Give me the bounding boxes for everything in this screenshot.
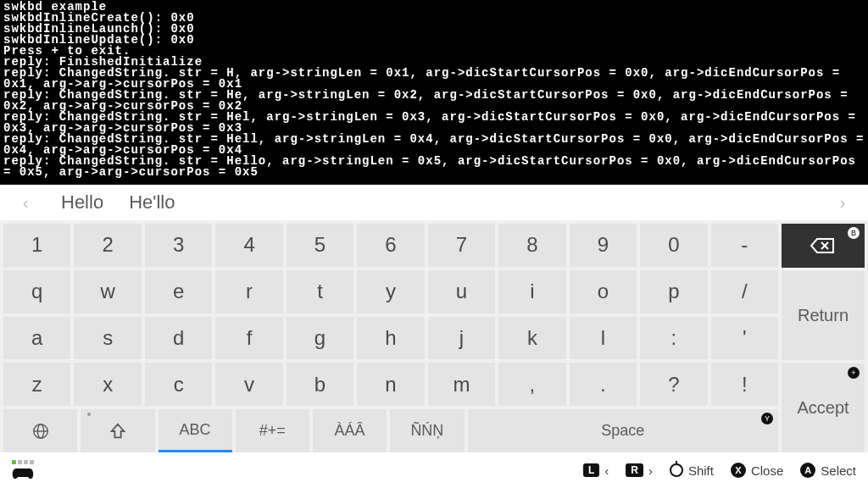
hint-r: R› <box>626 463 653 478</box>
y-badge-icon: Y <box>761 413 773 424</box>
key-a[interactable]: a <box>3 317 70 360</box>
controller-icon <box>12 466 34 481</box>
key-s[interactable]: s <box>74 317 141 360</box>
mode-accent1-key[interactable]: ÀÁÂ <box>313 409 387 452</box>
key-,[interactable]: , <box>498 363 565 406</box>
key-0[interactable]: 0 <box>640 224 707 267</box>
key-:[interactable]: : <box>640 317 707 360</box>
key-l[interactable]: l <box>570 317 637 360</box>
suggestion-2[interactable]: He'llo <box>129 191 175 214</box>
key-4[interactable]: 4 <box>215 224 282 267</box>
key-.[interactable]: . <box>570 363 637 406</box>
key-i[interactable]: i <box>498 270 565 313</box>
suggestion-1[interactable]: Hello <box>61 191 103 214</box>
space-key[interactable]: Space Y <box>468 409 778 452</box>
backspace-key[interactable]: B <box>782 224 865 268</box>
key-r[interactable]: r <box>215 270 282 313</box>
key-5[interactable]: 5 <box>287 224 353 267</box>
on-screen-keyboard: 1234567890- qwertyuiop/ asdfghjkl:' zxcv… <box>0 220 868 452</box>
hint-bar: L‹ R› Shift XClose ASelect <box>0 452 868 488</box>
key-o[interactable]: o <box>570 270 637 313</box>
key-6[interactable]: 6 <box>357 224 424 267</box>
key-/[interactable]: / <box>711 270 778 313</box>
hint-shift: Shift <box>670 463 714 478</box>
key-x[interactable]: x <box>74 363 141 406</box>
key-7[interactable]: 7 <box>428 224 495 267</box>
key-2[interactable]: 2 <box>74 224 141 267</box>
key-t[interactable]: t <box>287 270 353 313</box>
key-e[interactable]: e <box>145 270 212 313</box>
key-d[interactable]: d <box>145 317 212 360</box>
suggestion-prev-icon[interactable]: ‹ <box>15 193 36 213</box>
key-?[interactable]: ? <box>640 363 707 406</box>
key-n[interactable]: n <box>357 363 424 406</box>
mode-accent2-key[interactable]: ÑŃŅ <box>390 409 464 452</box>
key-q[interactable]: q <box>3 270 70 313</box>
hint-select: ASelect <box>800 463 856 478</box>
key--[interactable]: - <box>711 224 778 267</box>
plus-badge-icon: + <box>848 367 860 379</box>
b-badge-icon: B <box>848 227 860 239</box>
key-f[interactable]: f <box>215 317 282 360</box>
key-p[interactable]: p <box>640 270 707 313</box>
key-9[interactable]: 9 <box>570 224 637 267</box>
key-1[interactable]: 1 <box>3 224 70 267</box>
key-u[interactable]: u <box>428 270 495 313</box>
key-'[interactable]: ' <box>711 317 778 360</box>
return-key[interactable]: Return <box>782 271 865 360</box>
shift-key[interactable] <box>81 409 154 452</box>
key-3[interactable]: 3 <box>145 224 212 267</box>
hint-l: L‹ <box>583 463 609 478</box>
key-k[interactable]: k <box>498 317 565 360</box>
terminal-output: swkbd example swkbdInlineCreate(): 0x0 s… <box>0 0 868 185</box>
key-8[interactable]: 8 <box>498 224 565 267</box>
key-g[interactable]: g <box>287 317 353 360</box>
mode-abc-key[interactable]: ABC <box>159 409 232 452</box>
key-w[interactable]: w <box>74 270 141 313</box>
suggestion-next-icon[interactable]: › <box>832 193 853 213</box>
key-y[interactable]: y <box>357 270 424 313</box>
mode-symbols-key[interactable]: #+= <box>236 409 309 452</box>
hint-close: XClose <box>731 463 783 478</box>
key-m[interactable]: m <box>428 363 495 406</box>
suggestion-bar: ‹ Hello He'llo › <box>0 185 868 220</box>
stick-icon <box>670 463 683 477</box>
accept-key[interactable]: Accept + <box>782 363 865 452</box>
key-c[interactable]: c <box>145 363 212 406</box>
key-v[interactable]: v <box>215 363 282 406</box>
key-b[interactable]: b <box>287 363 353 406</box>
key-z[interactable]: z <box>3 363 70 406</box>
globe-key[interactable] <box>3 409 77 452</box>
key-j[interactable]: j <box>428 317 495 360</box>
key-h[interactable]: h <box>357 317 424 360</box>
key-![interactable]: ! <box>711 363 778 406</box>
